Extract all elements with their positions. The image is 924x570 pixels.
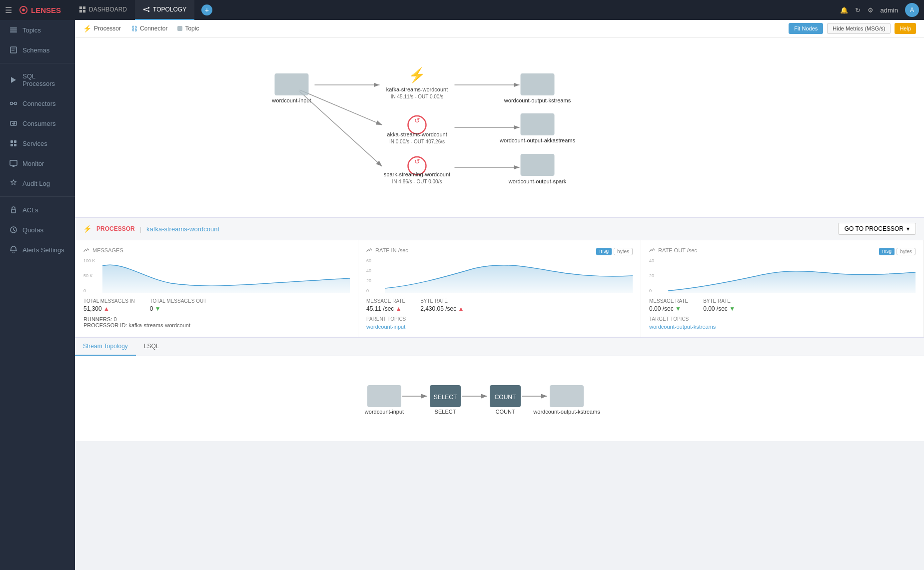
legend-topic: Topic [177,25,199,32]
svg-line-10 [145,10,147,11]
msg-badge-in[interactable]: msg [596,248,612,255]
nav-tabs: DASHBOARD TOPOLOGY [71,0,194,20]
rate-out-title: RATE OUT /sec [649,247,697,253]
svg-text:akka-streams-wordcount: akka-streams-wordcount [387,131,447,137]
msg-badge-out[interactable]: msg [879,248,895,255]
refresh-icon[interactable]: ↻ [855,6,861,14]
tab-dashboard[interactable]: DASHBOARD [71,0,135,20]
sidebar-item-services[interactable]: Services [0,133,75,153]
tab-content-stream-topology: wordcount-input SELECT SELECT COUNT COUN… [75,356,924,441]
svg-text:wordcount-input: wordcount-input [364,409,403,415]
rate-in-title: RATE IN /sec [366,247,408,253]
svg-text:IN 0.00/s - OUT 407.26/s: IN 0.00/s - OUT 407.26/s [389,139,445,144]
main-layout: Topics Schemas SQL Processors Connectors… [0,20,924,570]
stream-topo-svg: wordcount-input SELECT SELECT COUNT COUN… [350,376,650,426]
svg-rect-70 [550,385,584,407]
parent-topic-link[interactable]: wordcount-input [366,324,405,330]
sidebar-item-schemas[interactable]: Schemas [0,40,75,60]
topology-svg: wordcount-input ⚡ kafka-streams-wordcoun… [85,47,914,192]
svg-text:IN 45.11/s - OUT 0.00/s: IN 45.11/s - OUT 0.00/s [391,94,443,99]
svg-text:wordcount-output-kstreams: wordcount-output-kstreams [533,409,600,415]
svg-rect-13 [10,31,17,32]
svg-rect-44 [521,73,555,95]
legend-bar: ⚡ Processor ⛓ Connector Topic Fit Nodes … [75,20,924,37]
svg-text:⚡: ⚡ [408,67,426,83]
svg-rect-14 [10,47,16,53]
sidebar-item-audit-log[interactable]: Audit Log [0,173,75,193]
svg-text:COUNT: COUNT [495,409,515,415]
svg-rect-62 [367,385,401,407]
svg-rect-3 [83,6,85,9]
sidebar-item-acls[interactable]: ACLs [0,200,75,220]
add-tab-button[interactable]: + [201,4,212,15]
svg-rect-27 [10,160,17,165]
svg-text:COUNT: COUNT [494,394,516,401]
avatar[interactable]: A [905,3,919,17]
bytes-badge-in[interactable]: bytes [614,248,633,255]
svg-rect-5 [83,10,85,12]
svg-text:↺: ↺ [414,116,420,124]
rate-out-badges: msg bytes [879,248,916,255]
app-logo: LENSES [19,5,61,14]
svg-point-7 [148,7,150,9]
messages-card: MESSAGES 100 K 50 K 0 [75,240,358,337]
sidebar: Topics Schemas SQL Processors Connectors… [0,20,75,570]
svg-point-19 [14,102,17,105]
rate-in-stats: MESSAGE RATE 45.11 /sec ▲ BYTE RATE 2,43… [366,298,633,312]
sidebar-item-connectors[interactable]: Connectors [0,93,75,113]
svg-rect-24 [14,140,16,143]
bell-icon[interactable]: 🔔 [840,6,848,14]
svg-rect-30 [11,209,15,213]
sidebar-item-alerts-settings[interactable]: Alerts Settings [0,240,75,260]
processor-name-link[interactable]: kafka-streams-wordcount [146,225,219,233]
hamburger-icon[interactable]: ☰ [5,5,12,15]
sidebar-item-consumers[interactable]: Consumers [0,113,75,133]
svg-rect-26 [14,144,16,146]
hide-metrics-button[interactable]: Hide Metrics (MSG/s) [827,23,891,34]
stream-topology-diagram: wordcount-input SELECT SELECT COUNT COUN… [85,366,914,431]
svg-point-18 [10,102,13,105]
processor-panel-header: ⚡ PROCESSOR | kafka-streams-wordcount GO… [75,217,924,240]
content-area: ⚡ Processor ⛓ Connector Topic Fit Nodes … [75,20,924,570]
svg-text:spark-streaming-wordcount: spark-streaming-wordcount [384,171,450,177]
sidebar-item-sql-processors[interactable]: SQL Processors [0,66,75,93]
sidebar-item-monitor[interactable]: Monitor [0,153,75,173]
target-topic-link[interactable]: wordcount-output-kstreams [649,324,716,330]
svg-line-35 [300,90,382,125]
fit-nodes-button[interactable]: Fit Nodes [789,23,823,34]
svg-rect-39 [275,73,309,95]
svg-text:SELECT: SELECT [434,409,456,415]
legend-processor: ⚡ Processor [83,24,121,32]
help-button[interactable]: Help [895,23,916,34]
messages-chart: 100 K 50 K 0 [83,258,350,293]
rate-in-card: RATE IN /sec msg bytes 60 40 20 0 [358,240,641,337]
rate-out-card: RATE OUT /sec msg bytes 40 20 0 [641,240,924,337]
sidebar-item-quotas[interactable]: Quotas [0,220,75,240]
user-label: admin [881,6,898,14]
rate-out-chart: 40 20 0 [649,258,916,293]
svg-text:wordcount-output-akkastreams: wordcount-output-akkastreams [499,137,576,143]
svg-rect-23 [10,140,13,143]
svg-text:IN 4.86/s - OUT 0.00/s: IN 4.86/s - OUT 0.00/s [392,179,442,184]
topology-canvas: wordcount-input ⚡ kafka-streams-wordcoun… [75,37,924,217]
svg-rect-25 [10,144,13,146]
svg-point-1 [22,8,24,11]
processor-type-label: PROCESSOR [96,225,135,232]
svg-marker-17 [11,77,16,83]
messages-card-title: MESSAGES [83,247,350,253]
rate-in-badges: msg bytes [596,248,633,255]
tab-topology[interactable]: TOPOLOGY [135,0,194,20]
sidebar-item-topics[interactable]: Topics [0,20,75,40]
svg-point-6 [143,8,145,10]
goto-processor-button[interactable]: GO TO PROCESSOR ▾ [838,223,916,235]
svg-line-9 [145,8,147,9]
svg-text:SELECT: SELECT [433,394,457,401]
tab-stream-topology[interactable]: Stream Topology [75,338,136,356]
svg-text:wordcount-output-kstreams: wordcount-output-kstreams [504,97,571,103]
messages-stats: TOTAL MESSAGES IN 51,300 ▲ TOTAL MESSAGE… [83,298,350,312]
svg-rect-2 [79,6,82,9]
settings-icon[interactable]: ⚙ [868,6,874,14]
svg-text:kafka-streams-wordcount: kafka-streams-wordcount [386,86,448,92]
bytes-badge-out[interactable]: bytes [897,248,916,255]
tab-lsql[interactable]: LSQL [136,338,167,356]
